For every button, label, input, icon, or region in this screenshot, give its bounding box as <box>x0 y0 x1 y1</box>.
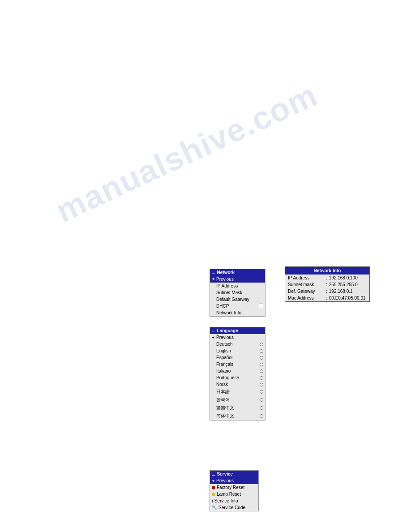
network-info-title: Network Info <box>285 267 369 275</box>
network-info-box: Network Info IP Address : 192.168.0.100 … <box>285 266 370 302</box>
network-info-gateway-row: Def. Gateway : 192.168.0.1 <box>285 288 369 295</box>
italiano-radio[interactable] <box>260 369 263 373</box>
dhcp-checkbox[interactable] <box>259 304 263 308</box>
network-default-gateway-item[interactable]: Default Gateway <box>210 296 265 303</box>
lang-previous-item[interactable]: Previous <box>210 334 265 341</box>
network-menu-title-text: Network <box>217 270 235 275</box>
traditional-chinese-radio[interactable] <box>260 406 263 410</box>
service-menu-title-text: Service <box>217 472 233 476</box>
yellow-dot-icon <box>212 493 215 496</box>
info-icon: i <box>212 498 213 503</box>
language-menu-title-text: Language <box>217 328 238 333</box>
service-previous-item[interactable]: Previous <box>210 477 258 484</box>
language-menu: ... Language Previous Deutsch English Es… <box>210 327 265 420</box>
service-lamp-reset-item[interactable]: Lamp Reset <box>210 491 258 498</box>
mac-address-label: Mac Address <box>288 296 326 300</box>
korean-radio[interactable] <box>260 398 263 402</box>
def-gateway-label: Def. Gateway <box>288 289 326 294</box>
network-info-item[interactable]: Network Info <box>210 309 265 316</box>
francais-radio[interactable] <box>260 363 263 366</box>
network-ip-address-item[interactable]: IP Address <box>210 283 265 289</box>
subnet-mask-label: Subnet mask <box>288 282 326 287</box>
network-dhcp-item[interactable]: DHCP <box>210 303 265 309</box>
lang-japanese-item[interactable]: 日本語 <box>210 388 265 396</box>
network-info-ip-row: IP Address : 192.168.0.100 <box>285 275 369 281</box>
mac-address-value: 00.E0.47.05.00.01 <box>329 296 366 300</box>
network-menu: ... Network Previous IP Address Subnet M… <box>210 269 265 317</box>
lang-simplified-chinese-item[interactable]: 简体中文 <box>210 412 265 420</box>
lang-deutsch-item[interactable]: Deutsch <box>210 341 265 348</box>
network-previous-item[interactable]: Previous <box>210 276 265 283</box>
service-code-item[interactable]: 🔧 Service Code <box>210 504 258 511</box>
lang-english-item[interactable]: English <box>210 348 265 354</box>
menu-dots: ... <box>212 270 215 275</box>
lang-espanol-item[interactable]: Español <box>210 354 265 361</box>
language-menu-title: ... Language <box>210 327 265 334</box>
service-menu: ... Service Previous Factory Reset Lamp … <box>210 470 259 511</box>
portoguese-radio[interactable] <box>260 376 263 380</box>
network-subnet-mask-item[interactable]: Subnet Mask <box>210 289 265 296</box>
network-menu-title: ... Network <box>210 269 265 276</box>
service-menu-dots: ... <box>212 472 215 476</box>
network-info-subnet-row: Subnet mask : 255.255.255.0 <box>285 281 369 288</box>
network-info-mac-row: Mac Address : 00.E0.47.05.00.01 <box>285 295 369 301</box>
simplified-chinese-radio[interactable] <box>260 414 263 418</box>
watermark: manualshive.com <box>50 76 323 229</box>
norsk-radio[interactable] <box>260 383 263 386</box>
lang-portoguese-item[interactable]: Portoguese <box>210 374 265 381</box>
lang-traditional-chinese-item[interactable]: 繁體中文 <box>210 404 265 412</box>
service-menu-title: ... Service <box>210 471 258 477</box>
lang-korean-item[interactable]: 한국어 <box>210 396 265 404</box>
wrench-icon: 🔧 <box>212 505 217 510</box>
def-gateway-value: 192.168.0.1 <box>329 289 353 294</box>
deutsch-radio[interactable] <box>260 343 263 346</box>
lang-italiano-item[interactable]: Italiano <box>210 368 265 374</box>
lang-menu-dots: ... <box>212 329 215 333</box>
service-info-item[interactable]: i Service Info <box>210 498 258 504</box>
japanese-radio[interactable] <box>260 390 263 394</box>
ip-address-value: 192.168.0.100 <box>329 275 358 280</box>
ip-address-label: IP Address <box>288 275 326 280</box>
lang-norsk-item[interactable]: Norsk <box>210 381 265 388</box>
english-radio[interactable] <box>260 349 263 353</box>
subnet-mask-value: 255.255.255.0 <box>329 282 358 287</box>
espanol-radio[interactable] <box>260 356 263 360</box>
lang-francais-item[interactable]: Français <box>210 361 265 368</box>
service-factory-reset-item[interactable]: Factory Reset <box>210 484 258 491</box>
red-dot-icon <box>212 486 215 489</box>
